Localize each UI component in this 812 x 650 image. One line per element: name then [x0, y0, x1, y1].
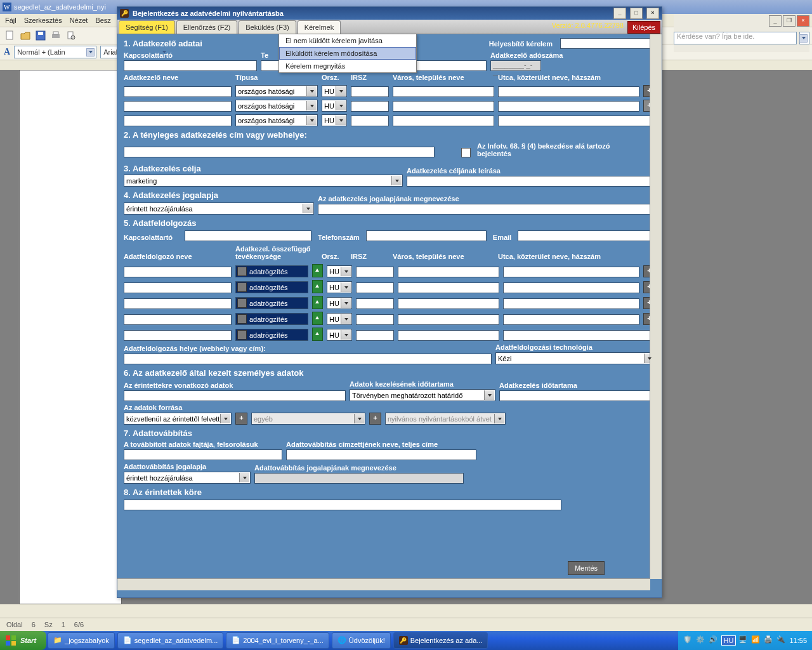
tray-icon-3[interactable]: 🔊 [709, 635, 719, 646]
feld-nev-5[interactable] [124, 330, 232, 341]
style-combo[interactable]: Normál + (Latin [14, 46, 96, 58]
open-icon[interactable] [19, 29, 32, 42]
tovcim-input[interactable] [286, 449, 476, 460]
tev-5[interactable]: adatrögzítés [235, 329, 308, 341]
tipusa-2[interactable]: országos hatósági [235, 100, 318, 112]
style-A-icon[interactable]: A [4, 47, 10, 57]
task-welcome[interactable]: 🌐Üdvözöljük! [332, 632, 391, 649]
preview-icon[interactable] [65, 29, 77, 42]
task-app[interactable]: 🔑Bejelentkezés az ada... [393, 632, 488, 649]
task-doc2[interactable]: 📄2004_evi_i_torveny_-_a... [226, 632, 329, 649]
email-input[interactable] [518, 230, 655, 241]
lang-indicator[interactable]: HU [721, 635, 737, 646]
tab-requests[interactable]: Kérelmek [298, 20, 341, 34]
nev-3[interactable] [124, 116, 232, 126]
utca5-1[interactable] [503, 267, 639, 277]
minimize-button[interactable]: _ [769, 15, 782, 27]
erintettek-input[interactable] [124, 500, 561, 510]
help-search-input[interactable]: Kérdése van? Írja be ide. [674, 32, 797, 44]
tev-up-4[interactable] [312, 312, 323, 325]
close-button[interactable]: × [797, 15, 809, 27]
irsz5-4[interactable] [356, 314, 394, 325]
kapcsolattarto-input[interactable] [124, 60, 257, 71]
help-dropdown[interactable] [799, 32, 809, 44]
varos-2[interactable] [393, 101, 494, 112]
orsz-2[interactable]: HU [322, 100, 347, 112]
tab-send[interactable]: Beküldés (F3) [239, 20, 296, 34]
orsz5-1[interactable]: HU [327, 265, 352, 277]
feld-nev-1[interactable] [124, 267, 232, 277]
menu-edit-unsent[interactable]: El nem küldött kérelem javítása [279, 34, 416, 47]
task-folder[interactable]: 📁_jogszabalyok [48, 632, 115, 649]
kapcs5-input[interactable] [185, 230, 311, 241]
tray-icon-2[interactable]: ⚙️ [696, 635, 706, 646]
menu-edit-sent[interactable]: Elküldött kérelem módosítása [279, 47, 416, 60]
tab-help[interactable]: Segítség (F1) [119, 20, 175, 34]
utca5-4[interactable] [503, 314, 639, 325]
menu-open-request[interactable]: Kérelem megnyitás [279, 60, 416, 72]
tev-3[interactable]: adatrögzítés [235, 297, 308, 309]
orsz5-5[interactable]: HU [327, 329, 352, 341]
forras-plus-1[interactable]: + [235, 413, 247, 425]
adoszam-input[interactable]: ________-_-__ [490, 60, 541, 71]
menu-view[interactable]: Nézet [70, 17, 88, 24]
save-icon[interactable] [34, 29, 47, 42]
tovjogmeg-input[interactable] [254, 473, 464, 484]
tray-icon-7[interactable]: 🔌 [776, 635, 787, 646]
utca-2[interactable] [498, 101, 639, 112]
tipusa-3[interactable]: országos hatósági [235, 114, 318, 126]
utca5-2[interactable] [503, 282, 639, 293]
app-maximize[interactable]: □ [630, 8, 643, 19]
irsz5-3[interactable] [356, 298, 394, 309]
erint-input[interactable] [124, 390, 346, 401]
orsz5-2[interactable]: HU [327, 281, 352, 293]
feld-nev-3[interactable] [124, 298, 232, 309]
varos5-4[interactable] [398, 314, 499, 325]
menu-insert[interactable]: Besz [95, 17, 110, 24]
start-button[interactable]: Start [0, 631, 46, 650]
utca5-5[interactable] [503, 330, 655, 341]
varos5-1[interactable] [398, 267, 499, 277]
tel5-input[interactable] [366, 230, 487, 241]
irsz-1[interactable] [351, 86, 389, 97]
akido-input[interactable] [499, 390, 655, 401]
tray-icon-1[interactable]: 🛡️ [683, 635, 693, 646]
irsz-3[interactable] [351, 116, 389, 126]
tray-icon-4[interactable]: 🖥️ [738, 635, 749, 646]
menu-file[interactable]: Fájl [5, 17, 16, 24]
irsz5-5[interactable] [356, 330, 394, 341]
varos-3[interactable] [393, 116, 494, 126]
nev-2[interactable] [124, 101, 232, 112]
varos5-3[interactable] [398, 298, 499, 309]
tovfaj-input[interactable] [124, 449, 282, 460]
varos5-2[interactable] [398, 282, 499, 293]
menu-edit[interactable]: Szerkesztés [24, 17, 62, 24]
tev-2[interactable]: adatrögzítés [235, 281, 308, 293]
orsz5-3[interactable]: HU [327, 297, 352, 309]
irsz-2[interactable] [351, 101, 389, 112]
orsz-3[interactable]: HU [322, 114, 347, 126]
app-minimize[interactable]: _ [613, 8, 626, 19]
new-doc-icon[interactable] [4, 29, 16, 42]
utca-1[interactable] [498, 86, 639, 97]
feld-nev-2[interactable] [124, 282, 232, 293]
ido-select[interactable]: Törvényben meghatározott határidő [350, 389, 495, 401]
tab-check[interactable]: Ellenőrzés (F2) [176, 20, 238, 34]
tev-up-2[interactable] [312, 280, 323, 293]
forras-plus-2[interactable]: + [369, 413, 381, 425]
tray-icon-5[interactable]: 📶 [751, 635, 761, 646]
tech-select[interactable]: Kézi [495, 352, 655, 364]
orsz-1[interactable]: HU [322, 85, 347, 97]
feld-nev-4[interactable] [124, 314, 232, 325]
helyesbito-input[interactable] [560, 38, 655, 49]
exit-button[interactable]: Kilépés [627, 21, 660, 34]
varos-1[interactable] [393, 86, 494, 97]
tray-icon-6[interactable]: 🖨️ [764, 635, 774, 646]
irsz5-1[interactable] [356, 267, 394, 277]
task-doc1[interactable]: 📄segedlet_az_adatvedelm... [117, 632, 223, 649]
nev-1[interactable] [124, 86, 232, 97]
cel-leiras-input[interactable] [407, 176, 655, 187]
jogalap-select[interactable]: érintett hozzájárulása [124, 202, 314, 215]
v-scrollbar[interactable] [650, 34, 662, 579]
irsz5-2[interactable] [356, 282, 394, 293]
